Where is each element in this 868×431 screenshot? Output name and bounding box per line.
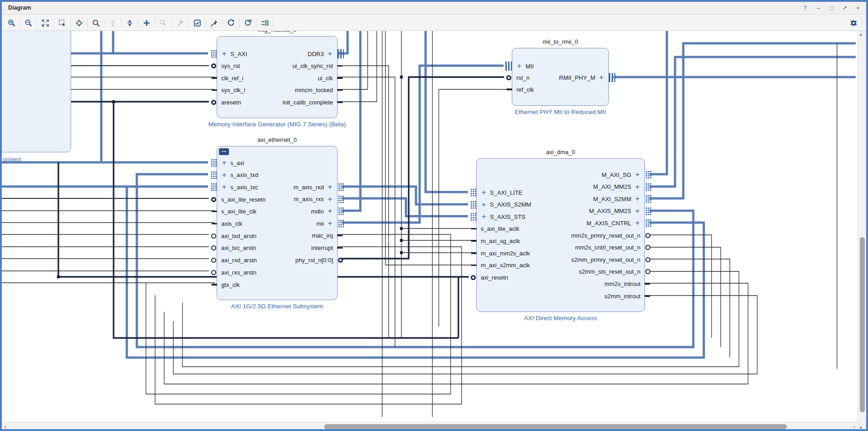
port-row-M_AXI_MM2S[interactable]: M_AXI_MM2S+ [481,182,640,192]
pin-ui_clk[interactable] [337,77,343,79]
block-mig_7series_0[interactable]: +S_AXIsys_rstclk_ref_isys_clk_iaresetnDD… [217,36,338,118]
port-row-s_axis_txd[interactable]: +s_axis_txd [221,171,333,180]
pin-s2mm_introut[interactable] [645,295,650,297]
interface-pin-DDR3[interactable] [338,49,344,58]
port-row-M_AXI_S2MM[interactable]: M_AXI_S2MM+ [481,194,640,203]
port-row-M_AXI_SG[interactable]: M_AXI_SG+ [481,170,640,179]
interface-pin-s_axi[interactable] [210,158,217,167]
port-row-mdio[interactable]: mdio+ [221,207,333,216]
port-row-M_AXIS_MM2S[interactable]: M_AXIS_MM2S+ [481,207,640,216]
port-row-init_calib_complete[interactable]: init_calib_complete [221,98,333,107]
scroll-down-arrow[interactable]: ▾ [860,426,862,430]
port-row-axi_rxs_arstn[interactable]: axi_rxs_arstn [221,268,333,277]
block-name-axi_ethernet_0[interactable]: axi_ethernet_0 [217,136,338,143]
interface-pin-S_AXIS_STS[interactable] [470,212,476,221]
toolbar-zoom-out-button[interactable] [22,17,34,29]
toolbar-regenerate-layout-button[interactable] [242,17,254,29]
expand-port-icon[interactable]: + [598,74,604,81]
block-axi_dma_0[interactable]: +S_AXI_LITE+S_AXIS_S2MM+S_AXIS_STSs_axi_… [476,158,645,312]
expand-port-icon[interactable]: + [634,208,640,214]
toolbar-zoom-to-selection-button[interactable] [56,17,68,29]
reset-pin-sys_rst[interactable] [211,63,216,68]
interface-pin-mii[interactable] [338,219,344,228]
expand-port-icon[interactable]: + [221,172,227,178]
toolbar-make-external-button[interactable] [259,17,270,29]
interface-pin-S_AXI_LITE[interactable] [470,188,476,197]
expand-port-icon[interactable]: + [327,220,333,227]
expand-port-icon[interactable]: + [516,63,522,69]
interface-pin-M_AXIS_CNTRL[interactable] [645,218,651,228]
diagram-canvas[interactable]: onnect +S_AXIsys_rstclk_ref_isys_clk_iar… [2,31,858,422]
pin-m_axi_sg_aclk[interactable] [471,240,477,242]
pin-gtx_clk[interactable] [212,284,217,286]
port-row-DDR3[interactable]: DDR3+ [221,49,333,58]
interface-pin-M_AXI_SG[interactable] [645,170,651,179]
pin-clk_ref_i[interactable] [212,77,217,79]
port-row-mii[interactable]: mii+ [221,219,333,228]
pin-mmcm_locked[interactable] [337,89,343,91]
pin-m_axi_mm2s_aclk[interactable] [471,252,477,254]
expand-port-icon[interactable]: + [327,51,333,57]
vertical-scrollbar[interactable]: ▴ ▾ [858,31,866,431]
interface-pin-MII[interactable] [505,62,512,71]
expand-port-icon[interactable]: + [634,171,640,178]
port-row-s2mm_introut[interactable]: s2mm_introut [481,291,640,301]
block-options-badge[interactable]: ... [219,148,229,155]
port-row-mac_irq[interactable]: mac_irq [221,231,333,240]
port-row-M_AXIS_CNTRL[interactable]: M_AXIS_CNTRL+ [481,218,640,228]
pin-init_calib_complete[interactable] [337,101,343,103]
expand-port-icon[interactable]: + [634,184,640,190]
port-row-interrupt[interactable]: interrupt [221,244,333,253]
scroll-up-arrow[interactable]: ▴ [860,32,862,36]
expand-port-icon[interactable]: + [634,220,640,226]
reset-pin-axi_rxs_arstn[interactable] [211,270,216,275]
pin-sys_clk_i[interactable] [212,89,217,91]
interface-pin-RMII_PHY_M[interactable] [609,73,615,82]
window-minimize-button[interactable]: – [814,3,823,12]
port-row-s_axi[interactable]: +s_axi [221,158,333,167]
interface-pin-m_axis_rxd[interactable] [338,182,344,192]
reset-pin-rst_n[interactable] [506,75,511,80]
reset-pin-s_axi_lite_resetn[interactable] [211,197,216,202]
horizontal-scrollbar[interactable]: ‹ › [2,422,858,431]
reset-pin-mm2s_prmry_reset_out_n[interactable] [645,233,650,238]
interface-pin-M_AXI_S2MM[interactable] [645,194,651,203]
port-row-ui_clk[interactable]: ui_clk [221,73,333,83]
block-mii_to_rmii_0[interactable]: +MIIrst_nref_clkRMII_PHY_M+ [512,48,609,106]
window-help-button[interactable]: ? [800,3,810,12]
interface-pin-s_axis_txd[interactable] [210,171,217,180]
port-row-mmcm_locked[interactable]: mmcm_locked [221,86,333,95]
port-row-phy_rst_n[0:0][interactable]: phy_rst_n[0:0] [221,255,333,265]
toolbar-search-button[interactable] [90,17,102,29]
block-axi_ethernet_0[interactable]: ...+s_axi+s_axis_txd+s_axis_txcs_axi_lit… [217,146,338,300]
port-row-s2mm_prmry_reset_out_n[interactable]: s2mm_prmry_reset_out_n [481,255,640,264]
toolbar-refresh-button[interactable] [225,17,237,29]
expand-port-icon[interactable]: + [327,184,333,190]
pin-interrupt[interactable] [337,247,343,249]
block-name-axi_dma_0[interactable]: axi_dma_0 [476,149,645,156]
block-name-mii_to_rmii_0[interactable]: mii_to_rmii_0 [512,38,609,45]
port-row-m_axis_rxs[interactable]: m_axis_rxs+ [221,195,333,204]
interface-pin-S_AXI[interactable] [210,49,217,58]
window-close-button[interactable]: × [853,3,863,12]
interface-pin-mdio[interactable] [338,207,344,216]
scroll-left-arrow[interactable]: ‹ [4,424,6,430]
toolbar-settings-button[interactable] [847,17,859,29]
pin-mac_irq[interactable] [337,235,343,237]
partial-block-interconnect[interactable] [2,31,71,152]
expand-port-icon[interactable]: + [634,196,640,202]
reset-pin-phy_rst_n[0:0][interactable] [338,258,343,263]
pin-s_axi_lite_aclk[interactable] [471,228,477,230]
expand-port-icon[interactable]: + [327,196,333,203]
reset-pin-aresetn[interactable] [211,100,216,105]
pin-axis_clk[interactable] [212,223,217,225]
toolbar-fit-selection-button[interactable] [73,17,85,29]
expand-port-icon[interactable]: + [327,208,333,214]
reset-pin-axi_resetn[interactable] [471,275,476,280]
expand-port-icon[interactable]: + [221,160,227,166]
port-row-mm2s_introut[interactable]: mm2s_introut [481,279,640,288]
port-row-mm2s_prmry_reset_out_n[interactable]: mm2s_prmry_reset_out_n [481,231,640,240]
interface-pin-S_AXIS_S2MM[interactable] [470,200,476,209]
port-row-gtx_clk[interactable]: gtx_clk [221,280,333,289]
reset-pin-axi_txd_arstn[interactable] [211,234,216,239]
